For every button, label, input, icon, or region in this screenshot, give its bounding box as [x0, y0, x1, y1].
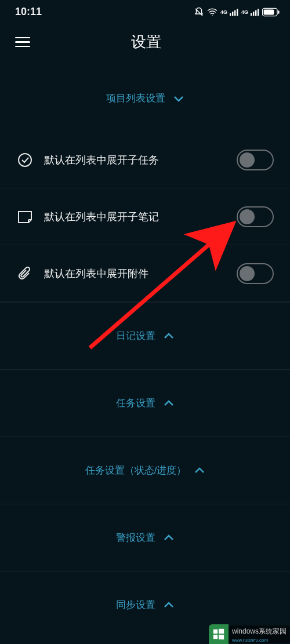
attachment-icon	[16, 266, 34, 281]
svg-rect-5	[253, 12, 254, 16]
option-expand-subtasks: 默认在列表中展开子任务	[0, 132, 290, 188]
toggle-expand-attachments[interactable]	[237, 263, 274, 284]
chevron-up-icon	[164, 400, 174, 407]
mute-icon	[194, 7, 204, 17]
option-label: 默认在列表中展开子笔记	[44, 210, 237, 224]
menu-button[interactable]	[15, 33, 34, 52]
battery-icon	[262, 8, 280, 17]
option-label: 默认在列表中展开子任务	[44, 153, 237, 167]
section-label: 警报设置	[116, 531, 155, 544]
svg-rect-7	[258, 9, 259, 16]
watermark-logo: windows系统家园 www.ruishifu.com	[209, 624, 290, 644]
section-alarm[interactable]: 警报设置	[0, 504, 290, 571]
status-time: 10:11	[15, 6, 42, 18]
chevron-down-icon	[173, 95, 184, 102]
status-bar: 10:11 4G 4G	[0, 0, 290, 21]
svg-rect-1	[232, 12, 233, 16]
4g-label-1: 4G	[220, 9, 227, 15]
svg-rect-14	[219, 629, 224, 634]
svg-rect-6	[255, 10, 256, 16]
note-icon	[16, 210, 34, 223]
windows-icon	[212, 628, 225, 641]
svg-point-11	[19, 154, 31, 166]
chevron-up-icon	[164, 333, 174, 340]
toggle-expand-subnotes[interactable]	[237, 206, 274, 227]
svg-rect-3	[237, 9, 238, 16]
watermark-url: www.ruishifu.com	[229, 638, 290, 643]
chevron-up-icon	[164, 534, 174, 541]
section-task-status[interactable]: 任务设置（状态/进度）	[0, 436, 290, 504]
svg-rect-2	[234, 10, 235, 16]
section-label: 同步设置	[116, 598, 155, 612]
section-label: 日记设置	[116, 329, 155, 343]
svg-rect-15	[213, 635, 217, 639]
chevron-up-icon	[194, 467, 205, 474]
option-expand-attachments: 默认在列表中展开附件	[0, 245, 290, 302]
option-expand-subnotes: 默认在列表中展开子笔记	[0, 188, 290, 245]
svg-rect-4	[251, 13, 252, 16]
4g-label-2: 4G	[241, 9, 248, 15]
section-label: 任务设置	[116, 396, 155, 410]
status-icons: 4G 4G	[194, 7, 280, 17]
svg-rect-16	[219, 635, 224, 639]
svg-rect-9	[264, 9, 274, 14]
signal-icon-2	[251, 8, 260, 16]
section-diary[interactable]: 日记设置	[0, 302, 290, 369]
check-circle-icon	[16, 152, 34, 168]
svg-rect-0	[230, 13, 231, 16]
chevron-up-icon	[164, 602, 174, 609]
svg-rect-13	[213, 630, 217, 634]
option-label: 默认在列表中展开附件	[44, 267, 237, 281]
section-task[interactable]: 任务设置	[0, 369, 290, 436]
section-project-list[interactable]: 项目列表设置	[0, 63, 290, 132]
signal-icon-1	[230, 8, 239, 16]
section-label: 项目列表设置	[106, 92, 165, 105]
wifi-icon	[206, 7, 218, 17]
svg-rect-10	[278, 10, 279, 13]
watermark-text: windows系统家园	[229, 625, 290, 638]
header: 设置	[0, 21, 290, 63]
page-title: 设置	[34, 32, 259, 52]
section-label: 任务设置（状态/进度）	[85, 464, 187, 477]
toggle-expand-subtasks[interactable]	[237, 150, 274, 170]
